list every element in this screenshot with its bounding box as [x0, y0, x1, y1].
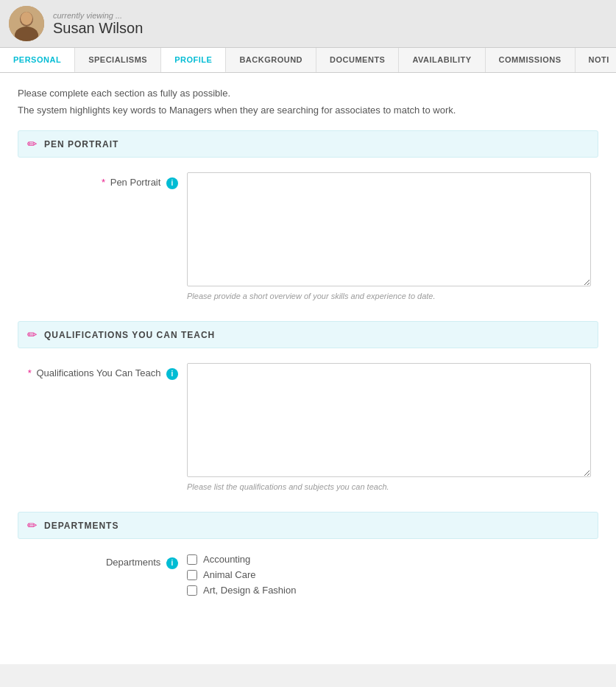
list-item: Art, Design & Fashion — [187, 585, 591, 596]
departments-header: ✏ Departments — [18, 512, 598, 539]
animal-care-checkbox[interactable] — [187, 570, 197, 580]
qualifications-header: ✏ Qualifications You Can Teach — [18, 321, 598, 348]
pen-portrait-info-icon[interactable]: i — [166, 177, 178, 189]
tab-documents[interactable]: Documents — [316, 48, 399, 72]
departments-title: Departments — [44, 521, 118, 531]
pen-portrait-edit-icon: ✏ — [27, 137, 37, 151]
qualifications-section: ✏ Qualifications You Can Teach * Qualifi… — [18, 321, 598, 491]
header: currently viewing ... Susan Wilson — [0, 0, 616, 48]
qualifications-field-label: Qualifications You Can Teach — [36, 367, 160, 378]
pen-portrait-row: * Pen Portrait i Please provide a short … — [18, 172, 598, 300]
svg-point-3 — [21, 12, 32, 25]
qualifications-hint: Please list the qualifications and subje… — [187, 482, 591, 491]
qualifications-info-icon[interactable]: i — [166, 368, 178, 380]
tab-commissions-label: Commissions — [499, 55, 562, 64]
art-design-fashion-label: Art, Design & Fashion — [203, 585, 296, 596]
departments-checkboxes: Accounting Animal Care Art, Design & Fas… — [187, 554, 591, 600]
tab-background-label: Background — [239, 55, 302, 64]
tab-notes[interactable]: Noti — [576, 48, 616, 72]
tab-specialisms[interactable]: Specialisms — [75, 48, 161, 72]
intro-line1: Please complete each section as fully as… — [18, 88, 598, 99]
tab-availability[interactable]: Availability — [399, 48, 485, 72]
pen-portrait-hint: Please provide a short overview of your … — [187, 292, 591, 300]
accounting-checkbox[interactable] — [187, 554, 197, 565]
tab-bar: Personal Specialisms Profile Background … — [0, 48, 616, 73]
intro-line2: The system highlights key words to Manag… — [18, 105, 598, 116]
tab-profile-label: Profile — [174, 55, 212, 64]
departments-label: Departments i — [25, 554, 187, 569]
pen-portrait-field: Please provide a short overview of your … — [187, 172, 591, 300]
accounting-label: Accounting — [203, 554, 250, 565]
tab-personal[interactable]: Personal — [0, 48, 75, 73]
departments-row: Departments i Accounting Animal Care Art… — [18, 554, 598, 600]
departments-field-label: Departments — [106, 557, 160, 568]
tab-availability-label: Availability — [412, 55, 471, 64]
departments-edit-icon: ✏ — [27, 518, 37, 532]
departments-info-icon[interactable]: i — [166, 557, 178, 569]
pen-portrait-field-label: Pen Portrait — [110, 177, 161, 188]
avatar-image — [9, 6, 44, 41]
qualifications-row: * Qualifications You Can Teach i Please … — [18, 363, 598, 491]
currently-viewing-label: currently viewing ... — [53, 11, 143, 20]
pen-portrait-header: ✏ Pen Portrait — [18, 130, 598, 158]
main-content: Please complete each section as fully as… — [0, 73, 616, 664]
qualifications-title: Qualifications You Can Teach — [44, 330, 215, 340]
tab-commissions[interactable]: Commissions — [486, 48, 576, 72]
pen-portrait-required: * — [102, 177, 105, 188]
list-item: Accounting — [187, 554, 591, 565]
qualifications-field: Please list the qualifications and subje… — [187, 363, 591, 491]
tab-background[interactable]: Background — [226, 48, 316, 72]
header-text: currently viewing ... Susan Wilson — [53, 11, 143, 37]
user-name: Susan Wilson — [53, 20, 143, 37]
tab-profile[interactable]: Profile — [161, 48, 226, 73]
list-item: Animal Care — [187, 569, 591, 580]
pen-portrait-textarea[interactable] — [187, 172, 591, 286]
tab-specialisms-label: Specialisms — [88, 55, 147, 64]
avatar — [9, 6, 44, 41]
qualifications-label: * Qualifications You Can Teach i — [25, 363, 187, 380]
tab-notes-label: Noti — [589, 55, 609, 64]
pen-portrait-section: ✏ Pen Portrait * Pen Portrait i Please p… — [18, 130, 598, 300]
tab-personal-label: Personal — [13, 55, 61, 64]
pen-portrait-title: Pen Portrait — [44, 139, 118, 149]
animal-care-label: Animal Care — [203, 569, 256, 580]
departments-section: ✏ Departments Departments i Accounting A… — [18, 512, 598, 600]
tab-documents-label: Documents — [330, 55, 385, 64]
qualifications-edit-icon: ✏ — [27, 328, 37, 342]
qualifications-textarea[interactable] — [187, 363, 591, 477]
pen-portrait-label: * Pen Portrait i — [25, 172, 187, 189]
qualifications-required: * — [28, 367, 32, 378]
art-design-fashion-checkbox[interactable] — [187, 585, 197, 596]
